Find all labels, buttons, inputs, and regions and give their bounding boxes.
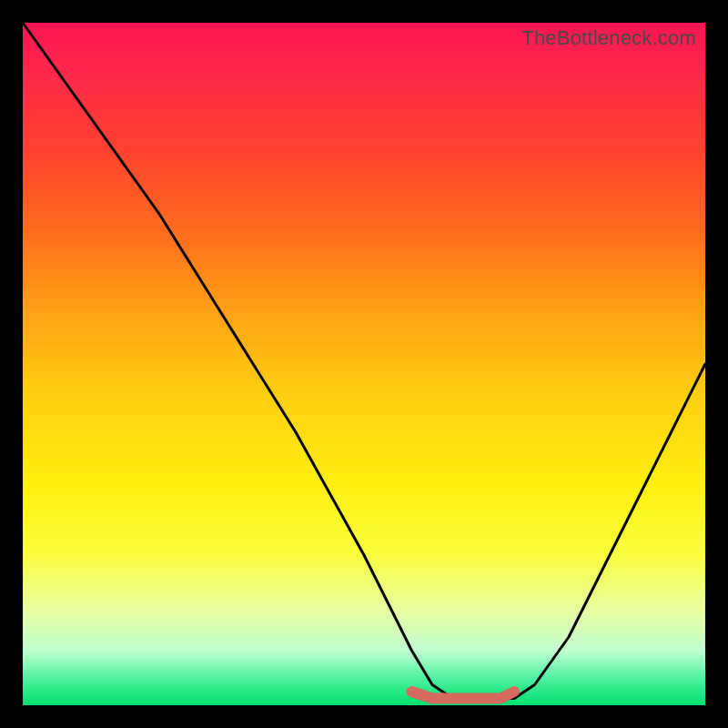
- chart-frame: TheBottleneck.com: [0, 0, 728, 728]
- chart-svg: [23, 23, 705, 705]
- bottleneck-curve-path: [23, 23, 705, 699]
- optimal-zone-path: [412, 692, 515, 699]
- plot-area: TheBottleneck.com: [23, 23, 705, 705]
